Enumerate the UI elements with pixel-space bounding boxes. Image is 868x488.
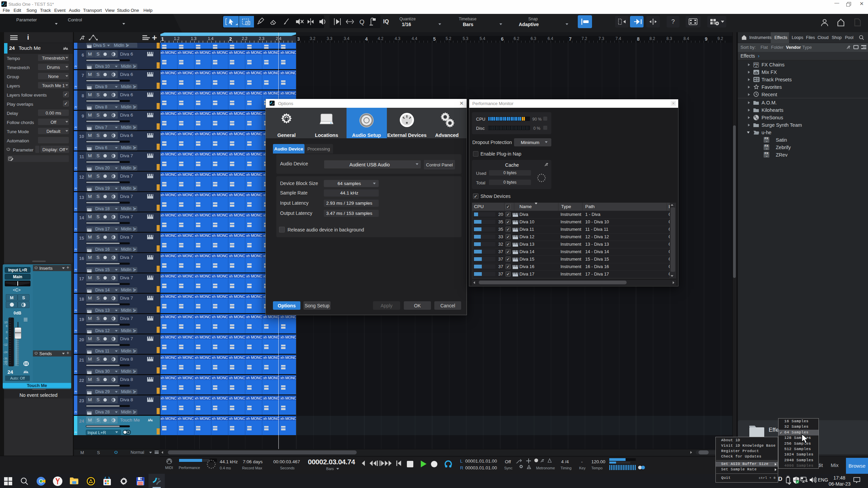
svg-text:Q: Q — [359, 18, 364, 25]
svg-text:E: E — [142, 477, 144, 481]
